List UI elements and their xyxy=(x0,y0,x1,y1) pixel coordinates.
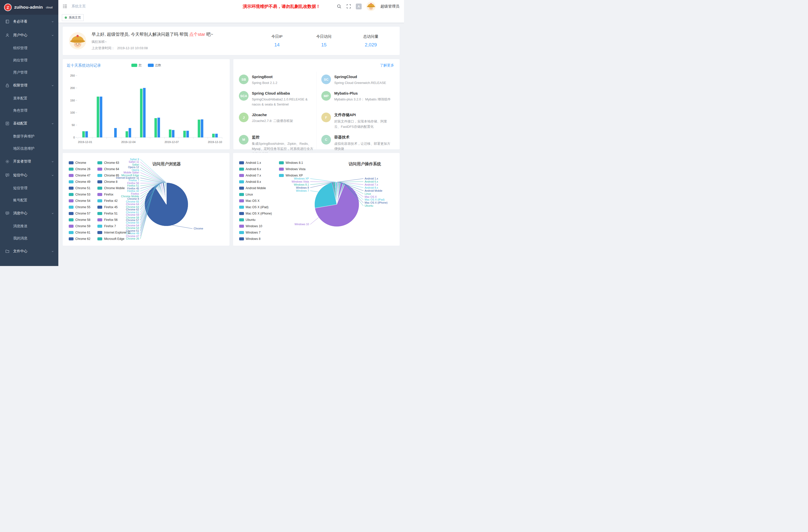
legend-item-android-1-x[interactable]: Android 1.x xyxy=(239,161,272,165)
bar-series1-2019-12-10[interactable] xyxy=(215,134,218,137)
legend-item-chrome-61[interactable]: Chrome 61 xyxy=(69,231,90,234)
app-logo[interactable]: Z zuihou-admin cloud xyxy=(0,0,58,15)
bar-series0-2019-12-01[interactable] xyxy=(82,131,85,137)
legend-item-android-7-x[interactable]: Android 7.x xyxy=(239,174,272,177)
legend-item-total[interactable]: 总数 xyxy=(148,63,161,68)
sidebar-item-permission-management[interactable]: 权限管理 xyxy=(0,79,58,92)
sidebar-item-user-center[interactable]: 用户中心 xyxy=(0,29,58,42)
legend-label: Chrome Mobile xyxy=(104,186,125,190)
legend-item-chrome-58[interactable]: Chrome 58 xyxy=(69,218,90,222)
legend-item-mac-os-x-ipad[interactable]: Mac OS X (iPad) xyxy=(239,205,272,209)
legend-item-linux[interactable]: Linux xyxy=(239,193,272,196)
sidebar-item-message-center[interactable]: 消息中心 xyxy=(0,206,58,220)
bar-series1-2019-12-09[interactable] xyxy=(201,120,203,137)
bar-series1-2019-12-03[interactable] xyxy=(114,128,117,137)
legend-item-chrome-54[interactable]: Chrome 54 xyxy=(69,199,90,203)
learn-more-link[interactable]: 了解更多 xyxy=(380,63,394,68)
bar-series1-2019-12-04[interactable] xyxy=(129,128,131,137)
bar-series0-2019-12-08[interactable] xyxy=(183,131,186,137)
bar-series1-2019-12-05[interactable] xyxy=(143,88,146,137)
chevron-down-icon xyxy=(51,34,54,37)
legend-item-you[interactable]: 您 xyxy=(131,63,142,68)
sidebar-item-basic-config[interactable]: 基础配置 xyxy=(0,117,58,130)
bar-series0-2019-12-06[interactable] xyxy=(154,118,157,137)
legend-item-chrome-59[interactable]: Chrome 59 xyxy=(69,224,90,228)
sidebar-item-role-management[interactable]: 角色管理 xyxy=(0,105,58,117)
bar-series0-2019-12-05[interactable] xyxy=(140,89,143,137)
sidebar-item-sms-management[interactable]: 短信管理 xyxy=(0,182,58,194)
legend-item-firefox-7[interactable]: Firefox 7 xyxy=(97,224,131,228)
legend-item-chrome[interactable]: Chrome xyxy=(69,161,90,165)
font-size-icon[interactable]: A xyxy=(356,3,362,10)
legend-item-windows-7[interactable]: Windows 7 xyxy=(239,231,272,234)
legend-label: Chrome 57 xyxy=(75,212,90,215)
legend-item-windows-xp[interactable]: Windows XP xyxy=(279,174,305,177)
sidebar-item-user-management[interactable]: 用户管理 xyxy=(0,67,58,79)
sidebar-item-data-dictionary[interactable]: 数据字典维护 xyxy=(0,130,58,143)
legend-item-ubuntu[interactable]: Ubuntu xyxy=(239,218,272,222)
legend-item-android-mobile[interactable]: Android Mobile xyxy=(239,186,272,190)
username[interactable]: 超级管理员 xyxy=(381,4,400,9)
legend-item-chrome-57[interactable]: Chrome 57 xyxy=(69,212,90,215)
legend-item-android-8-x[interactable]: Android 8.x xyxy=(239,180,272,184)
star-link[interactable]: 点个star xyxy=(189,32,205,37)
sidebar-item-message-push[interactable]: 消息推送 xyxy=(0,220,58,232)
sidebar-item-region-info[interactable]: 地区信息维护 xyxy=(0,143,58,155)
bar-series1-2019-12-07[interactable] xyxy=(172,130,175,137)
legend-item-mac-os-x[interactable]: Mac OS X xyxy=(239,199,272,203)
legend-item-chrome-8[interactable]: Chrome 8 xyxy=(97,180,131,184)
bar-series1-2019-12-02[interactable] xyxy=(100,97,102,137)
legend-item-chrome-49[interactable]: Chrome 49 xyxy=(69,180,90,184)
sidebar-item-org-management[interactable]: 组织管理 xyxy=(0,42,58,54)
sidebar-item-sms-center[interactable]: 短信中心 xyxy=(0,168,58,182)
legend-item-chrome-47[interactable]: Chrome 47 xyxy=(69,174,90,177)
legend-item-chrome-62[interactable]: Chrome 62 xyxy=(69,237,90,241)
bar-series1-2019-12-06[interactable] xyxy=(158,118,160,137)
user-avatar[interactable] xyxy=(366,1,376,11)
bar-series0-2019-12-02[interactable] xyxy=(97,97,99,137)
legend-item-firefox-45[interactable]: Firefox 45 xyxy=(97,205,131,209)
legend-item-firefox-56[interactable]: Firefox 56 xyxy=(97,218,131,222)
sidebar-item-must-read[interactable]: 务必详看 xyxy=(0,15,58,29)
search-icon[interactable] xyxy=(336,4,342,9)
bar-series0-2019-12-04[interactable] xyxy=(126,131,128,137)
legend-item-chrome-53[interactable]: Chrome 53 xyxy=(69,193,90,196)
sidebar-item-file-center[interactable]: 文件中心 xyxy=(0,244,58,258)
legend-item-chrome-26[interactable]: Chrome 26 xyxy=(69,167,90,171)
bar-series0-2019-12-07[interactable] xyxy=(169,130,171,137)
legend-item-windows-10[interactable]: Windows 10 xyxy=(239,224,272,228)
legend-item-windows-vista[interactable]: Windows Vista xyxy=(279,167,305,171)
legend-item-chrome-64[interactable]: Chrome 64 xyxy=(97,167,131,171)
greeting-line: 早上好, 超级管理员, 今天帮别人解决问题了吗 帮我 点个star 吧~ xyxy=(92,32,213,37)
bar-series1-2019-12-01[interactable] xyxy=(85,131,88,137)
legend-item-mac-os-x-iphone[interactable]: Mac OS X (iPhone) xyxy=(239,212,272,215)
bar-series0-2019-12-10[interactable] xyxy=(212,134,215,137)
legend-item-chrome-55[interactable]: Chrome 55 xyxy=(69,205,90,209)
sidebar-item-menu-config[interactable]: 菜单配置 xyxy=(0,92,58,105)
sidebar-toggle-icon[interactable] xyxy=(62,4,68,9)
legend-item-chrome-mobile[interactable]: Chrome Mobile xyxy=(97,186,131,190)
legend-swatch xyxy=(239,187,244,190)
sidebar-subitem-label: 菜单配置 xyxy=(13,96,27,101)
legend-item-windows-8[interactable]: Windows 8 xyxy=(239,237,272,241)
bar-series0-2019-12-09[interactable] xyxy=(198,120,200,137)
fullscreen-icon[interactable] xyxy=(346,4,351,9)
legend-item-firefox[interactable]: Firefox xyxy=(97,193,131,196)
legend-item-internet-explorer-11[interactable]: Internet Explorer 11 xyxy=(97,231,131,234)
legend-item-chrome-63[interactable]: Chrome 63 xyxy=(97,161,131,165)
sidebar-item-my-messages[interactable]: 我的消息 xyxy=(0,232,58,244)
legend-item-microsoft-edge[interactable]: Microsoft Edge xyxy=(97,237,131,241)
legend-item-windows-8-1[interactable]: Windows 8.1 xyxy=(279,161,305,165)
legend-item-chrome-51[interactable]: Chrome 51 xyxy=(69,186,90,190)
legend-item-chrome-65[interactable]: Chrome 65 xyxy=(97,174,131,177)
legend-item-firefox-42[interactable]: Firefox 42 xyxy=(97,199,131,203)
bar-series1-2019-12-08[interactable] xyxy=(186,131,189,137)
sidebar-item-developer-management[interactable]: 开发者管理 xyxy=(0,155,58,168)
sidebar-item-post-management[interactable]: 岗位管理 xyxy=(0,54,58,67)
tech-stack-card: 了解更多 SB SpringBootSpring Boot 2.1.2 SC S… xyxy=(233,59,400,150)
legend-item-android-6-x[interactable]: Android 6.x xyxy=(239,167,272,171)
tab-system-home[interactable]: 系统主页 xyxy=(62,14,84,21)
pie-label-line xyxy=(172,225,192,228)
legend-item-firefox-51[interactable]: Firefox 51 xyxy=(97,212,131,215)
sidebar-item-account-config[interactable]: 账号配置 xyxy=(0,194,58,206)
